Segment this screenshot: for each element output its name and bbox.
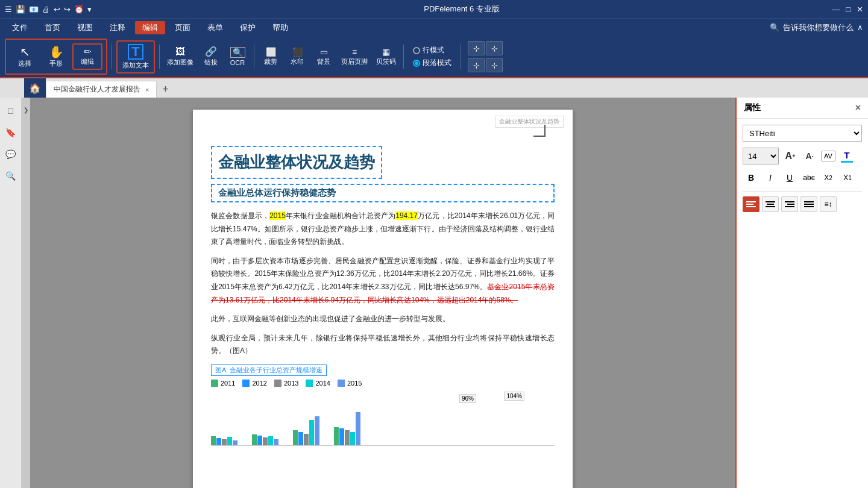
background-icon: ▭ [320, 48, 328, 56]
print-icon[interactable]: 🖨 [42, 5, 50, 14]
maximize-button[interactable]: □ [846, 5, 851, 14]
font-size-row: 6 8 10 12 14 16 18 A+ A- AV T [743, 148, 862, 164]
chart-legend: 2011 2012 2013 2014 [211, 380, 555, 387]
highlight-value: 194.17 [395, 211, 418, 220]
bold-button[interactable]: B [744, 170, 758, 185]
email-icon[interactable]: 📧 [29, 5, 39, 14]
menu-help[interactable]: 帮助 [265, 21, 295, 34]
strikethrough-button[interactable]: abc [802, 170, 816, 185]
add-image-tool[interactable]: 🖼 添加图像 [164, 45, 197, 69]
close-button[interactable]: ✕ [857, 5, 863, 14]
decrease-font-button[interactable]: A- [802, 148, 817, 164]
undo-icon[interactable]: ↩ [54, 5, 60, 14]
legend-label-2015: 2015 [347, 380, 362, 387]
align-left-button[interactable] [743, 196, 760, 212]
legend-label-2012: 2012 [252, 380, 266, 387]
hand-tool[interactable]: ✋ 手形 [41, 43, 71, 70]
chart-bars [211, 410, 555, 446]
pdf-area[interactable]: 金融业整体状况及趋势 金融业整体状况及趋势 金融业总体运行保持稳健态势 银监会数… [30, 98, 735, 488]
line-mode-radio[interactable] [413, 47, 420, 54]
align-bottom-left[interactable]: ⊹ [468, 58, 485, 72]
bar-2013-4 [345, 430, 350, 445]
app-menu-icon[interactable]: ☰ [5, 5, 12, 14]
ocr-label: OCR [230, 59, 245, 66]
document-tab[interactable]: 中国金融行业人才发展报告 × [46, 81, 157, 98]
chart-section: 图A: 金融业各子行业总资产规模增速 2011 2012 2013 [211, 364, 555, 446]
legend-2013: 2013 [274, 380, 298, 387]
sidebar-expand-handle[interactable]: ❯ [22, 98, 30, 122]
align-right-button[interactable] [781, 196, 798, 212]
ocr-tool[interactable]: 🔍 OCR [225, 45, 250, 68]
crop-tool[interactable]: ⬜ 裁剪 [259, 46, 283, 68]
header-footer-tool[interactable]: ≡ 页眉页脚 [338, 46, 371, 68]
link-tool[interactable]: 🔗 链接 [199, 45, 223, 69]
text-style-row: B I U abc X2 X1 [743, 170, 862, 185]
menu-view[interactable]: 视图 [70, 21, 100, 34]
font-size-select[interactable]: 6 8 10 12 14 16 18 [743, 148, 779, 164]
character-spacing-button[interactable]: AV [821, 151, 835, 161]
search-icon: 🔍 [770, 23, 779, 32]
menu-edit[interactable]: 编辑 [135, 21, 165, 34]
subscript-button[interactable]: X1 [840, 170, 855, 185]
bookmark-tool[interactable]: 🔖 [2, 124, 19, 141]
right-panel: 属性 × STHeiti SimSun SimHei Arial 6 8 10 [735, 98, 868, 488]
menu-protect[interactable]: 保护 [233, 21, 263, 34]
tab-close-button[interactable]: × [145, 86, 149, 93]
menu-page[interactable]: 页面 [168, 21, 198, 34]
thumbnail-tool[interactable]: □ [2, 102, 19, 119]
font-color-button[interactable]: T [839, 148, 855, 164]
align-top-right[interactable]: ⊹ [486, 41, 503, 55]
menu-home[interactable]: 首页 [37, 21, 68, 34]
paragraph-mode[interactable]: 段落模式 [413, 58, 451, 68]
history-icon[interactable]: ⏰ [74, 5, 84, 14]
menu-form[interactable]: 表单 [200, 21, 230, 34]
pdf-title[interactable]: 金融业整体状况及趋势 [211, 146, 382, 179]
bar-group-4 [334, 412, 360, 445]
legend-2014: 2014 [306, 380, 330, 387]
font-selector[interactable]: STHeiti SimSun SimHei Arial [743, 125, 862, 142]
background-tool[interactable]: ▭ 背景 [312, 46, 336, 68]
panel-close-button[interactable]: × [855, 102, 861, 113]
increase-font-button[interactable]: A+ [782, 148, 798, 164]
paragraph-1: 银监会数据显示，2015年末银行业金融机构合计总资产为194.17万亿元，比20… [211, 210, 555, 249]
bar-group-1 [211, 436, 237, 445]
title-bar-icons[interactable]: ☰ 💾 📧 🖨 ↩ ↪ ⏰ ▾ [5, 5, 92, 14]
minimize-button[interactable]: — [832, 5, 840, 14]
font-color-t: T [844, 150, 849, 160]
collapse-icon[interactable]: ∧ [857, 23, 863, 32]
menu-file[interactable]: 文件 [5, 21, 35, 34]
line-spacing-button[interactable]: ≡↕ [820, 196, 837, 212]
redo-icon[interactable]: ↪ [64, 5, 71, 14]
legend-color-2011 [211, 380, 218, 387]
search-tool[interactable]: 🔍 [2, 167, 19, 184]
underline-button[interactable]: U [782, 170, 797, 185]
bar-2012-3 [298, 432, 303, 445]
add-image-icon: 🖼 [175, 47, 185, 57]
paragraph-mode-radio[interactable] [413, 60, 420, 67]
more-icon[interactable]: ▾ [87, 5, 92, 14]
help-search[interactable]: 🔍 告诉我你想要做什么 ∧ [770, 22, 863, 33]
add-text-tool[interactable]: T 添加文本 [116, 40, 155, 74]
window-controls[interactable]: — □ ✕ [832, 5, 863, 14]
legend-label-2011: 2011 [221, 380, 235, 387]
align-center-button[interactable] [762, 196, 779, 212]
bates-tool[interactable]: ▦ 贝茨码 [373, 46, 399, 68]
italic-button[interactable]: I [763, 170, 778, 185]
align-left-icon [746, 201, 756, 208]
select-tool[interactable]: ↖ 选择 [10, 43, 40, 70]
bar-2014-1 [227, 437, 232, 445]
comment-tool[interactable]: 💬 [2, 146, 19, 163]
watermark-tool[interactable]: ⬛ 水印 [285, 46, 309, 68]
align-top-left[interactable]: ⊹ [468, 41, 485, 55]
link-label: 链接 [204, 58, 218, 67]
edit-tool[interactable]: ✏ 编辑 [72, 43, 102, 70]
menu-annotate[interactable]: 注释 [102, 21, 133, 34]
align-bottom-right[interactable]: ⊹ [486, 58, 503, 72]
line-mode[interactable]: 行模式 [413, 45, 451, 55]
pdf-subtitle[interactable]: 金融业总体运行保持稳健态势 [211, 184, 555, 202]
save-icon[interactable]: 💾 [16, 5, 25, 14]
align-justify-button[interactable] [800, 196, 817, 212]
superscript-button[interactable]: X2 [821, 170, 835, 185]
home-tab[interactable]: 🏠 [24, 78, 46, 98]
new-tab-button[interactable]: + [157, 81, 174, 98]
